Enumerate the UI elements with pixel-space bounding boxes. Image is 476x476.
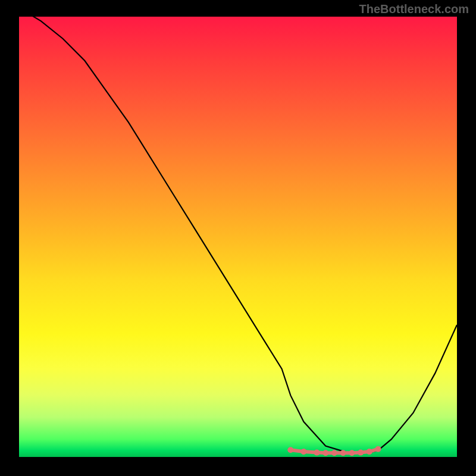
marker-dot [287, 447, 293, 453]
chart-plot-area [19, 17, 457, 457]
marker-dot [340, 450, 346, 456]
marker-dot [375, 446, 381, 452]
marker-dot [349, 450, 355, 456]
marker-dot [331, 450, 337, 456]
marker-dot [367, 449, 372, 455]
marker-dot [314, 450, 320, 456]
marker-dot [358, 450, 364, 456]
marker-dot [322, 450, 328, 456]
watermark-label: TheBottleneck.com [359, 2, 469, 16]
marker-dot [300, 449, 306, 455]
bottleneck-curve-line [19, 17, 457, 453]
chart-svg [19, 17, 457, 457]
optimal-range-markers [287, 446, 381, 456]
